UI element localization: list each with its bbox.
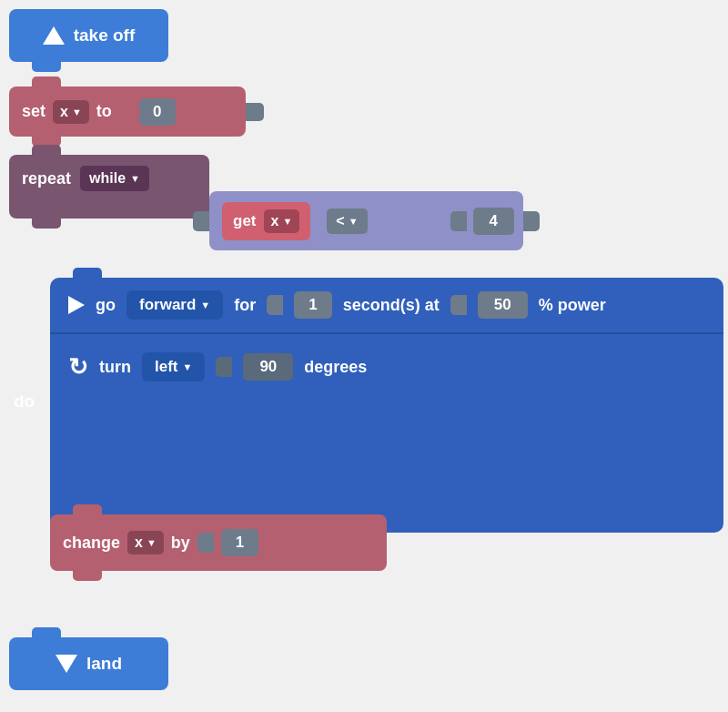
change-variable-arrow: ▼ bbox=[147, 537, 157, 548]
repeat-label: repeat bbox=[22, 169, 71, 188]
change-block: change x ▼ by 1 bbox=[50, 514, 387, 571]
turn-block: ↻ turn left ▼ 90 degrees bbox=[50, 334, 723, 400]
operator-dropdown[interactable]: < ▼ bbox=[327, 209, 367, 234]
turn-degrees-label: degrees bbox=[304, 358, 367, 377]
condition-block: get x ▼ < ▼ 4 bbox=[209, 191, 523, 250]
go-time-box[interactable]: 1 bbox=[294, 291, 331, 319]
takeoff-arrow-icon bbox=[43, 26, 65, 45]
do-block: go forward ▼ for 1 second(s) at 50 % pow… bbox=[50, 278, 723, 533]
change-variable-dropdown[interactable]: x ▼ bbox=[127, 531, 164, 554]
go-label: go bbox=[96, 296, 116, 315]
change-label: change bbox=[63, 534, 120, 553]
set-variable-arrow: ▼ bbox=[72, 107, 82, 117]
set-value-box[interactable]: 0 bbox=[139, 98, 176, 126]
get-label: get bbox=[233, 212, 257, 230]
set-variable-dropdown[interactable]: x ▼ bbox=[53, 100, 89, 124]
land-label: land bbox=[86, 654, 122, 674]
condition-value-box[interactable]: 4 bbox=[473, 208, 514, 235]
go-seconds-label: second(s) at bbox=[343, 296, 440, 315]
go-block: go forward ▼ for 1 second(s) at 50 % pow… bbox=[50, 278, 723, 334]
repeat-mode-arrow: ▼ bbox=[130, 173, 140, 184]
land-arrow-icon bbox=[56, 655, 77, 673]
turn-label: turn bbox=[99, 358, 131, 377]
turn-direction-dropdown[interactable]: left ▼ bbox=[142, 352, 205, 381]
operator-arrow: ▼ bbox=[349, 216, 359, 227]
go-for-label: for bbox=[234, 296, 256, 315]
turn-icon: ↻ bbox=[68, 355, 88, 379]
do-label: do bbox=[14, 392, 35, 412]
go-direction-arrow: ▼ bbox=[200, 300, 210, 310]
land-block[interactable]: land bbox=[9, 637, 168, 690]
go-arrow-icon bbox=[68, 296, 85, 314]
get-variable-dropdown[interactable]: x ▼ bbox=[264, 209, 300, 233]
set-block: set x ▼ to 0 bbox=[9, 86, 246, 137]
change-by-label: by bbox=[171, 534, 190, 553]
change-value-box[interactable]: 1 bbox=[221, 529, 258, 556]
set-to-label: to bbox=[96, 102, 112, 121]
go-power-label: % power bbox=[539, 296, 606, 315]
repeat-block: repeat while ▼ bbox=[9, 155, 209, 219]
turn-degrees-box[interactable]: 90 bbox=[243, 353, 293, 381]
takeoff-block[interactable]: take off bbox=[9, 9, 168, 62]
go-direction-dropdown[interactable]: forward ▼ bbox=[126, 290, 223, 320]
get-block: get x ▼ bbox=[222, 202, 310, 240]
get-variable-arrow: ▼ bbox=[282, 216, 292, 227]
repeat-mode-dropdown[interactable]: while ▼ bbox=[80, 166, 149, 191]
turn-direction-arrow: ▼ bbox=[183, 361, 193, 372]
set-label: set bbox=[22, 102, 46, 121]
go-power-box[interactable]: 50 bbox=[478, 291, 528, 319]
takeoff-label: take off bbox=[74, 25, 136, 46]
